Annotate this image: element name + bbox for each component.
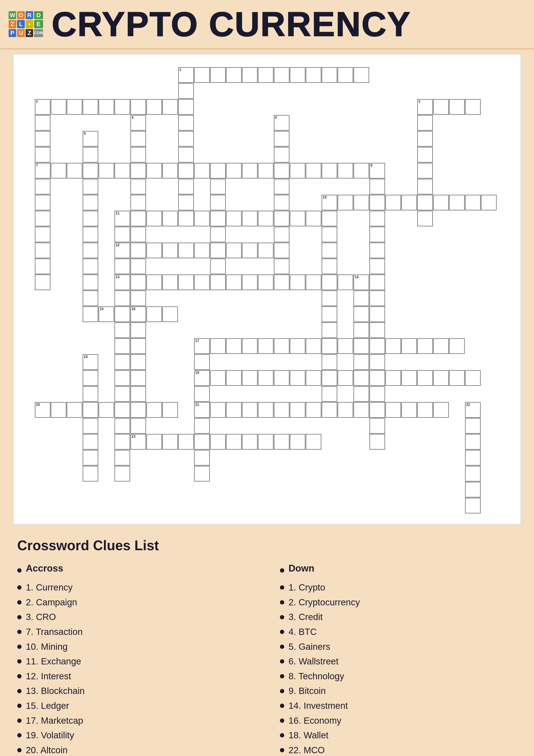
- crossword-cell[interactable]: [354, 322, 369, 338]
- crossword-cell[interactable]: 16: [131, 307, 146, 322]
- crossword-cell[interactable]: [481, 195, 496, 210]
- crossword-cell[interactable]: 19: [194, 370, 210, 386]
- crossword-cell[interactable]: [83, 307, 98, 322]
- crossword-cell[interactable]: [290, 434, 305, 449]
- crossword-cell[interactable]: [401, 195, 417, 210]
- crossword-cell[interactable]: [258, 338, 273, 354]
- crossword-cell[interactable]: [131, 243, 146, 258]
- crossword-cell[interactable]: [83, 290, 98, 306]
- crossword-cell[interactable]: [35, 275, 50, 290]
- crossword-cell[interactable]: [242, 370, 258, 386]
- crossword-cell[interactable]: [178, 147, 194, 162]
- crossword-cell[interactable]: [35, 179, 50, 194]
- crossword-cell[interactable]: [417, 402, 433, 418]
- crossword-cell[interactable]: [162, 243, 178, 258]
- crossword-cell[interactable]: [417, 179, 433, 194]
- crossword-cell[interactable]: [146, 211, 162, 226]
- crossword-cell[interactable]: [322, 227, 337, 242]
- crossword-cell[interactable]: 22: [465, 402, 481, 418]
- crossword-cell[interactable]: [385, 370, 401, 386]
- crossword-cell[interactable]: [114, 99, 130, 115]
- crossword-cell[interactable]: [322, 258, 337, 274]
- crossword-cell[interactable]: [194, 243, 210, 258]
- crossword-cell[interactable]: [322, 402, 337, 418]
- crossword-cell[interactable]: [226, 402, 242, 418]
- crossword-cell[interactable]: [274, 258, 290, 274]
- crossword-cell[interactable]: [258, 67, 273, 83]
- crossword-cell[interactable]: 21: [194, 402, 210, 418]
- crossword-cell[interactable]: [242, 243, 258, 258]
- crossword-cell[interactable]: [226, 275, 242, 290]
- crossword-cell[interactable]: [131, 322, 146, 338]
- crossword-cell[interactable]: [35, 243, 50, 258]
- crossword-cell[interactable]: [306, 163, 321, 178]
- crossword-cell[interactable]: [67, 99, 82, 115]
- crossword-cell[interactable]: [194, 450, 210, 466]
- crossword-cell[interactable]: [417, 370, 433, 386]
- crossword-cell[interactable]: [369, 243, 385, 258]
- crossword-cell[interactable]: [369, 307, 385, 322]
- crossword-cell[interactable]: [114, 354, 130, 370]
- crossword-cell[interactable]: [449, 338, 465, 354]
- crossword-cell[interactable]: [274, 275, 290, 290]
- crossword-cell[interactable]: [274, 131, 290, 147]
- crossword-cell[interactable]: [354, 290, 369, 306]
- crossword-cell[interactable]: [162, 163, 178, 178]
- crossword-cell[interactable]: [210, 434, 226, 449]
- crossword-cell[interactable]: 4: [131, 115, 146, 131]
- crossword-cell[interactable]: [210, 211, 226, 226]
- crossword-cell[interactable]: [417, 195, 433, 210]
- crossword-cell[interactable]: [354, 354, 369, 370]
- crossword-cell[interactable]: [162, 211, 178, 226]
- crossword-cell[interactable]: [369, 370, 385, 386]
- crossword-cell[interactable]: [258, 434, 273, 449]
- crossword-cell[interactable]: [35, 131, 50, 147]
- crossword-cell[interactable]: [465, 434, 481, 449]
- crossword-cell[interactable]: [417, 147, 433, 162]
- crossword-cell[interactable]: [417, 163, 433, 178]
- crossword-cell[interactable]: [354, 67, 369, 83]
- crossword-cell[interactable]: [385, 195, 401, 210]
- crossword-cell[interactable]: [290, 338, 305, 354]
- crossword-cell[interactable]: [338, 275, 353, 290]
- crossword-cell[interactable]: 1: [178, 67, 194, 83]
- crossword-cell[interactable]: [194, 67, 210, 83]
- crossword-cell[interactable]: [465, 195, 481, 210]
- crossword-cell[interactable]: [290, 275, 305, 290]
- crossword-cell[interactable]: [146, 243, 162, 258]
- crossword-cell[interactable]: [242, 275, 258, 290]
- crossword-cell[interactable]: [306, 434, 321, 449]
- crossword-cell[interactable]: [417, 115, 433, 131]
- crossword-cell[interactable]: [274, 67, 290, 83]
- crossword-cell[interactable]: [178, 275, 194, 290]
- crossword-cell[interactable]: [146, 307, 162, 322]
- crossword-cell[interactable]: [210, 67, 226, 83]
- crossword-cell[interactable]: [178, 131, 194, 147]
- crossword-cell[interactable]: [433, 402, 449, 418]
- crossword-cell[interactable]: 2: [35, 99, 50, 115]
- crossword-cell[interactable]: [146, 99, 162, 115]
- crossword-cell[interactable]: [114, 322, 130, 338]
- crossword-cell[interactable]: 10: [322, 195, 337, 210]
- crossword-cell[interactable]: [131, 386, 146, 402]
- crossword-cell[interactable]: [465, 418, 481, 434]
- crossword-cell[interactable]: [449, 99, 465, 115]
- crossword-cell[interactable]: [131, 402, 146, 418]
- crossword-cell[interactable]: [178, 83, 194, 99]
- crossword-cell[interactable]: [338, 163, 353, 178]
- crossword-cell[interactable]: [369, 227, 385, 242]
- crossword-cell[interactable]: [465, 466, 481, 481]
- crossword-cell[interactable]: [338, 338, 353, 354]
- crossword-cell[interactable]: [83, 402, 98, 418]
- crossword-cell[interactable]: [369, 338, 385, 354]
- crossword-cell[interactable]: [210, 179, 226, 194]
- crossword-cell[interactable]: [194, 466, 210, 481]
- crossword-cell[interactable]: [242, 434, 258, 449]
- crossword-cell[interactable]: [114, 402, 130, 418]
- crossword-cell[interactable]: [131, 258, 146, 274]
- crossword-cell[interactable]: [83, 211, 98, 226]
- crossword-cell[interactable]: [51, 99, 66, 115]
- crossword-cell[interactable]: [226, 434, 242, 449]
- crossword-cell[interactable]: 3: [417, 99, 433, 115]
- crossword-cell[interactable]: [83, 450, 98, 466]
